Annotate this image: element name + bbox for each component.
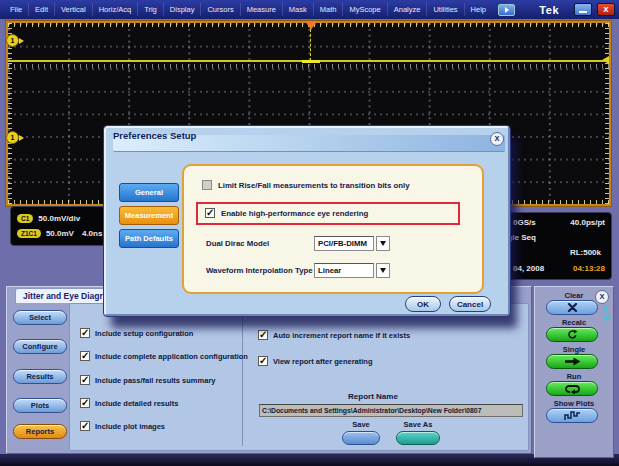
- menu-measure[interactable]: Measure: [241, 3, 283, 16]
- record-length: RL:500k: [570, 248, 601, 257]
- save-as-button[interactable]: [396, 431, 440, 445]
- trigger-level-bar[interactable]: [302, 60, 320, 63]
- dialog-title: Preferences Setup: [113, 130, 196, 141]
- clear-label: Clear: [535, 291, 613, 300]
- limit-risefall-checkbox-row[interactable]: Limit Rise/Fall measurements to transiti…: [202, 180, 410, 190]
- recalc-label: Recalc: [535, 318, 613, 327]
- tek-logo: Tek: [539, 4, 569, 16]
- zoom1-timebase: 4.0ns: [82, 229, 102, 238]
- nav-plots-button[interactable]: Plots: [13, 398, 67, 413]
- zoom1-scale: 50.0mV: [46, 229, 74, 238]
- run-button[interactable]: [546, 381, 598, 396]
- single-button[interactable]: [546, 354, 598, 369]
- graticule-ticks-left: [8, 23, 12, 204]
- show-plots-label: Show Plots: [535, 399, 613, 408]
- menu-mask[interactable]: Mask: [283, 3, 314, 16]
- dialog-close-button[interactable]: X: [490, 132, 504, 146]
- down-triangle-icon[interactable]: [376, 236, 390, 251]
- menu-math[interactable]: Math: [314, 3, 344, 16]
- app-content-area: Include setup configuration Include comp…: [69, 303, 529, 451]
- nav-configure-button[interactable]: Configure: [13, 339, 67, 354]
- date-readout: 04, 2008: [513, 264, 544, 273]
- nav-results-button[interactable]: Results: [13, 369, 67, 384]
- nav-select-button[interactable]: Select: [13, 310, 67, 325]
- dual-dirac-label: Dual Dirac Model: [206, 239, 269, 248]
- minimize-icon: [579, 11, 587, 13]
- checkbox-row-passfail-summary[interactable]: Include pass/fail results summary: [80, 375, 215, 385]
- acquisition-control-panel: X Clear Recalc Single Run Show Plots: [534, 286, 614, 458]
- checkbox-label: Include setup configuration: [95, 329, 193, 338]
- window-close-button[interactable]: X: [597, 3, 615, 16]
- menu-trig[interactable]: Trig: [138, 3, 164, 16]
- checkbox-checked-icon[interactable]: [80, 351, 90, 361]
- resolution: 40.0ps/pt: [570, 218, 605, 227]
- x-icon: [567, 303, 578, 312]
- channel1-badge[interactable]: C1: [17, 214, 33, 223]
- nav-reports-button[interactable]: Reports: [13, 424, 67, 439]
- run-label: Run: [535, 372, 613, 381]
- menu-edit[interactable]: Edit: [29, 3, 55, 16]
- checkbox-row-setup-config[interactable]: Include setup configuration: [80, 328, 193, 338]
- menu-pointer-button[interactable]: [498, 4, 515, 16]
- trigger-position-icon[interactable]: [305, 21, 317, 30]
- recalc-button[interactable]: [546, 327, 598, 342]
- interpolation-dropdown[interactable]: Linear: [314, 263, 390, 278]
- clear-button[interactable]: [546, 300, 598, 315]
- checkbox-checked-icon[interactable]: [80, 398, 90, 408]
- ok-button[interactable]: OK: [405, 296, 441, 312]
- dual-dirac-dropdown[interactable]: PCI/FB-DIMM: [314, 236, 390, 251]
- tab-general[interactable]: General: [119, 183, 179, 202]
- pointer-icon: [505, 7, 509, 13]
- interpolation-value[interactable]: Linear: [314, 263, 374, 278]
- single-label: Single: [535, 345, 613, 354]
- checkbox-checked-icon[interactable]: [258, 356, 268, 366]
- show-plots-button[interactable]: [546, 408, 598, 423]
- menu-utilities[interactable]: Utilities: [427, 3, 464, 16]
- loop-arrow-icon: [565, 384, 580, 394]
- checkbox-row-auto-increment[interactable]: Auto increment report name if it exists: [258, 330, 410, 340]
- checkbox-checked-icon[interactable]: [258, 330, 268, 340]
- window-minimize-button[interactable]: [574, 3, 592, 16]
- bottom-strip: [0, 454, 619, 466]
- time-readout: 04:13:28: [573, 264, 605, 273]
- report-path-field[interactable]: C:\Documents and Settings\Administrator\…: [259, 404, 523, 417]
- tekscope-window: File Edit Vertical Horiz/Acq Trig Displa…: [0, 0, 619, 466]
- tab-measurement[interactable]: Measurement: [119, 206, 179, 225]
- right-arrow-icon: [564, 357, 581, 366]
- checkbox-row-detailed-results[interactable]: Include detailed results: [80, 398, 178, 408]
- zoom1-badge[interactable]: Z1C1: [17, 229, 41, 238]
- checkbox-checked-icon[interactable]: [80, 421, 90, 431]
- down-triangle-icon[interactable]: [376, 263, 390, 278]
- menu-display[interactable]: Display: [164, 3, 202, 16]
- zoom1-channel-marker[interactable]: 1: [6, 131, 19, 144]
- checkbox-label: Auto increment report name if it exists: [273, 331, 410, 340]
- checkbox-row-view-report[interactable]: View report after generating: [258, 356, 372, 366]
- checkbox-row-complete-config[interactable]: Include complete application configurati…: [80, 351, 248, 361]
- menu-horiz-acq[interactable]: Horiz/Acq: [93, 3, 139, 16]
- menu-cursors[interactable]: Cursors: [201, 3, 240, 16]
- trigger-level-line: [310, 29, 311, 61]
- checkbox-unchecked-icon[interactable]: [202, 180, 212, 190]
- menu-file[interactable]: File: [4, 3, 29, 16]
- cancel-button[interactable]: Cancel: [449, 296, 491, 312]
- channel1-scale: 50.0mV/div: [38, 214, 80, 223]
- highlight-red-box: [196, 202, 460, 225]
- reference-level-arrow-icon: [602, 56, 609, 64]
- checkbox-label: View report after generating: [273, 357, 372, 366]
- menu-analyze[interactable]: Analyze: [388, 3, 428, 16]
- menu-help[interactable]: Help: [465, 3, 492, 16]
- menu-myscope[interactable]: MyScope: [343, 3, 387, 16]
- checkbox-checked-icon[interactable]: [80, 328, 90, 338]
- content-divider: [242, 314, 243, 446]
- dialog-body-panel: Limit Rise/Fall measurements to transiti…: [182, 164, 484, 294]
- tab-path-defaults[interactable]: Path Defaults: [119, 229, 179, 248]
- save-button[interactable]: [342, 431, 380, 445]
- preferences-setup-dialog: Preferences Setup X General Measurement …: [104, 126, 510, 316]
- menu-vertical[interactable]: Vertical: [55, 3, 93, 16]
- graticule-ticks-right: [605, 23, 609, 204]
- dual-dirac-value[interactable]: PCI/FB-DIMM: [314, 236, 374, 251]
- save-as-label: Save As: [396, 420, 440, 429]
- checkbox-checked-icon[interactable]: [80, 375, 90, 385]
- channel1-marker[interactable]: 1: [6, 34, 19, 47]
- checkbox-row-plot-images[interactable]: Include plot images: [80, 421, 165, 431]
